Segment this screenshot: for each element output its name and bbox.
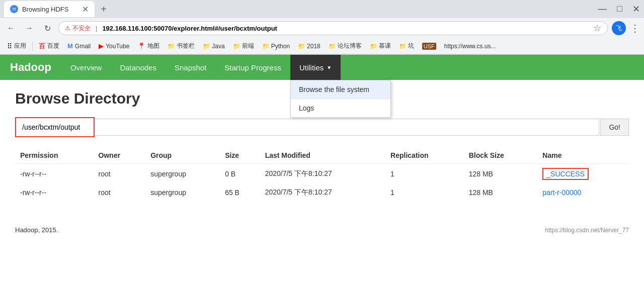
path-row: Go! [15,117,629,137]
col-block-size: Block Size [464,147,538,164]
table-row: -rw-r--r-- root supergroup 0 B 2020/7/5 … [15,164,629,184]
cell-replication-1: 1 [385,164,464,184]
forum-label: 论坛博客 [338,42,362,50]
apps-label: 应用 [14,42,26,50]
file-link-success[interactable]: _SUCCESS [546,170,584,178]
folder-frontend-icon: 📁 [233,43,240,50]
close-tab-button[interactable]: ✕ [82,5,89,14]
folder-icon: 📁 [168,43,175,50]
col-group: Group [145,147,220,164]
footer: Hadoop, 2015. https://blog.csdn.net/Nerv… [0,221,644,239]
cell-owner-1: root [94,164,146,184]
cell-size-1: 0 B [220,164,260,184]
bookmark-java[interactable]: 📁 Java [200,42,227,51]
col-size: Size [220,147,260,164]
dropdown-browse-fs[interactable]: Browse the file system [291,80,390,99]
address-bar[interactable]: ⚠ 不安全 | 192.168.116.100:50070/explorer.h… [58,21,608,35]
file-table: Permission Owner Group Size Last Modifie… [15,147,629,201]
nav-utilities-dropdown[interactable]: Utilities ▼ Browse the file system Logs [290,55,341,80]
bookmark-separator [32,42,33,51]
path-input[interactable] [17,119,93,135]
bookmark-frontend[interactable]: 📁 前端 [230,41,257,51]
bookmark-baidu[interactable]: 百 百度 [36,41,62,52]
cell-blocksize-2: 128 MB [464,184,538,201]
java-label: Java [212,43,224,50]
gmail-label: Gmail [75,43,91,50]
security-indicator: ⚠ 不安全 [65,24,91,33]
go-button[interactable]: Go! [600,119,629,136]
cell-permission-2: -rw-r--r-- [15,184,94,201]
apps-icon: ⠿ [7,42,12,50]
nav-overview[interactable]: Overview [61,55,111,80]
pit-label: 坑 [408,42,414,50]
bookmark-pit[interactable]: 📁 坑 [396,41,417,51]
youtube-label: YouTube [106,43,129,50]
nav-datanodes[interactable]: Datanodes [111,55,166,80]
back-button[interactable]: ← [4,21,18,35]
col-permission: Permission [15,147,94,164]
utilities-dropdown-menu: Browse the file system Logs [290,80,391,118]
baidu-icon: 百 [39,42,45,51]
chrome-menu-button[interactable]: ⋮ [630,22,640,34]
bookmark-usf[interactable]: USF [419,42,439,51]
file-link-part[interactable]: part-r-00000 [542,189,581,197]
star-icon[interactable]: ☆ [593,23,601,34]
year2018-label: 2018 [307,43,320,50]
bookmark-bookmarks[interactable]: 📁 书签栏 [165,41,198,51]
address-text: 192.168.116.100:50070/explorer.html#/use… [102,25,277,32]
bookmark-mooc[interactable]: 📁 慕课 [367,41,394,51]
active-tab[interactable]: H Browsing HDFS ✕ [4,1,95,17]
bookmark-gmail[interactable]: M Gmail [64,41,94,51]
browser-chrome: H Browsing HDFS ✕ + — □ ✕ ← → ↻ ⚠ 不安全 | … [0,0,644,55]
col-name: Name [537,147,629,164]
hadoop-navbar: Hadoop Overview Datanodes Snapshot Start… [0,55,644,80]
folder-2018-icon: 📁 [298,43,305,50]
bookmark-youtube[interactable]: ▶ YouTube [96,41,132,51]
bookmark-forum[interactable]: 📁 论坛博客 [326,41,365,51]
folder-python-icon: 📁 [262,43,270,50]
cell-owner-2: root [94,184,146,201]
cell-size-2: 65 B [220,184,260,201]
user-avatar[interactable]: 飞 [612,21,626,35]
utilities-label: Utilities [299,63,324,72]
bookmark-apps[interactable]: ⠿ 应用 [4,41,29,51]
bookmarks-bar: ⠿ 应用 百 百度 M Gmail ▶ YouTube 📍 地图 📁 书签栏 📁… [0,38,644,54]
footer-left: Hadoop, 2015. [15,226,58,234]
usf-icon: USF [422,43,436,50]
cell-blocksize-1: 128 MB [464,164,538,184]
folder-mooc-icon: 📁 [370,43,377,50]
cell-permission-1: -rw-r--r-- [15,164,94,184]
gmail-icon: M [67,42,73,50]
cell-modified-1: 2020/7/5 下午8:10:27 [260,164,385,184]
tab-title: Browsing HDFS [22,6,78,13]
bookmark-csus[interactable]: https://www.cs.us... [441,42,499,51]
cell-name-1: _SUCCESS [537,164,629,184]
new-tab-button[interactable]: + [97,2,111,16]
footer-right: https://blog.csdn.net/Nerver_77 [545,227,629,234]
path-rest-input[interactable] [95,119,599,136]
reload-button[interactable]: ↻ [40,21,54,35]
minimize-button[interactable]: — [598,4,607,15]
csus-label: https://www.cs.us... [444,43,496,50]
utilities-menu-button[interactable]: Utilities ▼ [290,55,341,80]
mooc-label: 慕课 [379,42,391,50]
close-window-button[interactable]: ✕ [632,4,640,15]
nav-snapshot[interactable]: Snapshot [166,55,215,80]
col-last-modified: Last Modified [260,147,385,164]
forward-button[interactable]: → [22,21,36,35]
dropdown-arrow-icon: ▼ [327,65,332,70]
nav-startup-progress[interactable]: Startup Progress [215,55,290,80]
bookmark-maps[interactable]: 📍 地图 [134,41,163,51]
bookmark-python[interactable]: 📁 Python [259,42,293,51]
maps-label: 地图 [147,42,159,50]
maximize-button[interactable]: □ [617,4,622,15]
maps-icon: 📍 [137,42,145,50]
dropdown-logs[interactable]: Logs [291,99,390,117]
table-header: Permission Owner Group Size Last Modifie… [15,147,629,164]
col-replication: Replication [385,147,464,164]
table-row: -rw-r--r-- root supergroup 65 B 2020/7/5… [15,184,629,201]
bookmarks-label: 书签栏 [177,42,195,50]
address-separator: | [96,25,97,32]
bookmark-2018[interactable]: 📁 2018 [295,42,324,51]
path-input-wrapper [15,117,95,137]
